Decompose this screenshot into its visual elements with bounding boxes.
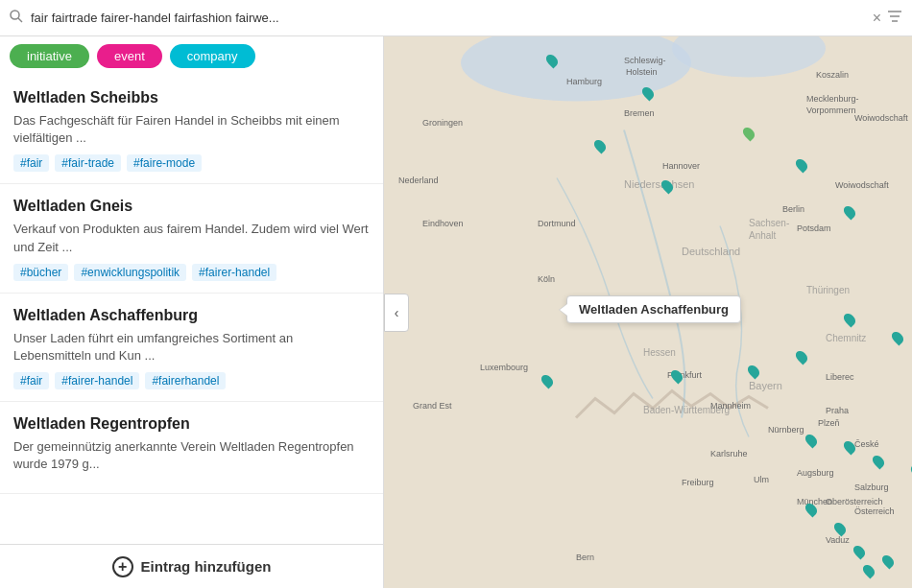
svg-text:Salzburg: Salzburg	[854, 482, 889, 492]
svg-text:Potsdam: Potsdam	[797, 223, 831, 233]
tag: #fair-trade	[55, 154, 121, 172]
svg-text:Vaduz: Vaduz	[826, 535, 850, 545]
result-item[interactable]: Weltladen Gneis Verkauf von Produkten au…	[0, 184, 383, 293]
svg-text:Bremen: Bremen	[624, 108, 655, 118]
tag: #fairer-handel	[192, 264, 276, 281]
result-item[interactable]: Weltladen Scheibbs Das Fachgeschäft für …	[0, 76, 383, 184]
result-description: Verkauf von Produkten aus fairem Handel.…	[13, 221, 370, 255]
map-collapse-button[interactable]: ‹	[384, 294, 409, 332]
svg-text:Woiwodschaft: Woiwodschaft	[854, 113, 908, 123]
svg-text:České: České	[854, 439, 879, 449]
tab-event[interactable]: event	[97, 44, 162, 68]
tag: #bücher	[13, 264, 68, 281]
add-entry-footer[interactable]: + Eintrag hinzufügen	[0, 544, 383, 588]
search-icon	[10, 10, 23, 26]
svg-text:Woiwodschaft: Woiwodschaft	[835, 180, 889, 190]
filter-tabs: initiative event company	[0, 36, 383, 76]
add-circle-icon: +	[112, 556, 133, 577]
svg-text:Oberösterreich: Oberösterreich	[826, 497, 883, 506]
svg-text:Thüringen: Thüringen	[806, 285, 850, 295]
search-bar: fair fairtrade fairer-handel fairfashion…	[0, 0, 912, 36]
result-title: Weltladen Scheibbs	[13, 89, 370, 106]
svg-text:Bern: Bern	[576, 553, 594, 562]
search-clear-button[interactable]: ×	[873, 10, 881, 27]
map-tooltip-label: Weltladen Aschaffenburg	[579, 302, 729, 317]
svg-text:Karlsruhe: Karlsruhe	[710, 449, 748, 459]
svg-text:Luxembourg: Luxembourg	[480, 363, 528, 372]
svg-text:Ulm: Ulm	[754, 475, 769, 484]
search-query: fair fairtrade fairer-handel fairfashion…	[31, 11, 867, 25]
svg-text:Eindhoven: Eindhoven	[422, 219, 464, 228]
tab-initiative[interactable]: initiative	[10, 44, 89, 68]
svg-line-1	[18, 18, 22, 22]
svg-text:Liberec: Liberec	[826, 372, 854, 382]
svg-text:Grand Est: Grand Est	[413, 401, 452, 411]
svg-text:Bayern: Bayern	[749, 380, 782, 391]
result-title: Weltladen Regentropfen	[13, 415, 370, 433]
svg-text:Dortmund: Dortmund	[538, 219, 576, 228]
svg-text:Hessen: Hessen	[643, 347, 676, 358]
svg-text:Koszalin: Koszalin	[816, 70, 849, 80]
result-description: Das Fachgeschäft für Fairen Handel in Sc…	[13, 112, 370, 147]
svg-text:Chemnitz: Chemnitz	[826, 333, 866, 343]
svg-text:Anhalt: Anhalt	[749, 230, 777, 241]
svg-text:Vorpommern: Vorpommern	[806, 106, 856, 115]
svg-text:Mannheim: Mannheim	[710, 401, 751, 411]
search-filter-button[interactable]	[887, 10, 902, 27]
chevron-left-icon: ‹	[395, 305, 399, 320]
svg-text:Nürnberg: Nürnberg	[768, 425, 804, 435]
tag: #fair	[13, 154, 49, 172]
result-title: Weltladen Gneis	[13, 198, 370, 215]
svg-text:Hamburg: Hamburg	[566, 77, 602, 86]
svg-text:Augsburg: Augsburg	[797, 468, 834, 478]
map-area: Niedersachsen Deutschland Sachsen- Anhal…	[384, 36, 912, 588]
result-tags: #bücher #enwicklungspolitik #fairer-hand…	[13, 264, 370, 281]
svg-text:Praha: Praha	[826, 406, 849, 415]
svg-point-0	[11, 11, 19, 19]
svg-text:Österreich: Österreich	[854, 506, 895, 516]
result-description: Unser Laden führt ein umfangreiches Sort…	[13, 330, 370, 365]
svg-text:Freiburg: Freiburg	[682, 478, 714, 487]
add-entry-label: Eintrag hinzufügen	[141, 558, 272, 575]
svg-text:Plzeň: Plzeň	[818, 418, 840, 428]
result-tags: #fair #fairer-handel #fairerhandel	[13, 372, 370, 389]
svg-text:Mecklenburg-: Mecklenburg-	[806, 94, 859, 104]
svg-text:Nederland: Nederland	[398, 176, 439, 185]
svg-text:Sachsen-: Sachsen-	[749, 218, 789, 228]
result-item[interactable]: Weltladen Aschaffenburg Unser Laden führ…	[0, 294, 383, 402]
svg-text:Schleswig-: Schleswig-	[624, 56, 666, 65]
svg-text:Hannover: Hannover	[662, 161, 700, 171]
result-tags: #fair #fair-trade #faire-mode	[13, 154, 370, 172]
tag: #fairer-handel	[55, 372, 139, 389]
tag: #faire-mode	[127, 154, 202, 172]
left-panel: initiative event company Weltladen Schei…	[0, 36, 384, 588]
main-content: initiative event company Weltladen Schei…	[0, 36, 912, 588]
svg-text:Niedersachsen: Niedersachsen	[624, 178, 694, 190]
tag: #fairerhandel	[145, 372, 226, 389]
svg-text:Köln: Köln	[538, 274, 555, 284]
map-tooltip: Weltladen Aschaffenburg	[566, 295, 741, 323]
svg-text:Berlin: Berlin	[782, 204, 804, 214]
result-item[interactable]: Weltladen Regentropfen Der gemeinnützig …	[0, 402, 383, 493]
tab-company[interactable]: company	[170, 44, 255, 68]
tag: #fair	[13, 372, 49, 389]
svg-text:Groningen: Groningen	[422, 118, 463, 128]
svg-text:Deutschland: Deutschland	[682, 246, 740, 257]
result-description: Der gemeinnützig anerkannte Verein Weltl…	[13, 438, 370, 473]
svg-text:Holstein: Holstein	[626, 67, 658, 77]
result-title: Weltladen Aschaffenburg	[13, 307, 370, 324]
results-list: Weltladen Scheibbs Das Fachgeschäft für …	[0, 76, 383, 544]
tag: #enwicklungspolitik	[74, 264, 186, 281]
